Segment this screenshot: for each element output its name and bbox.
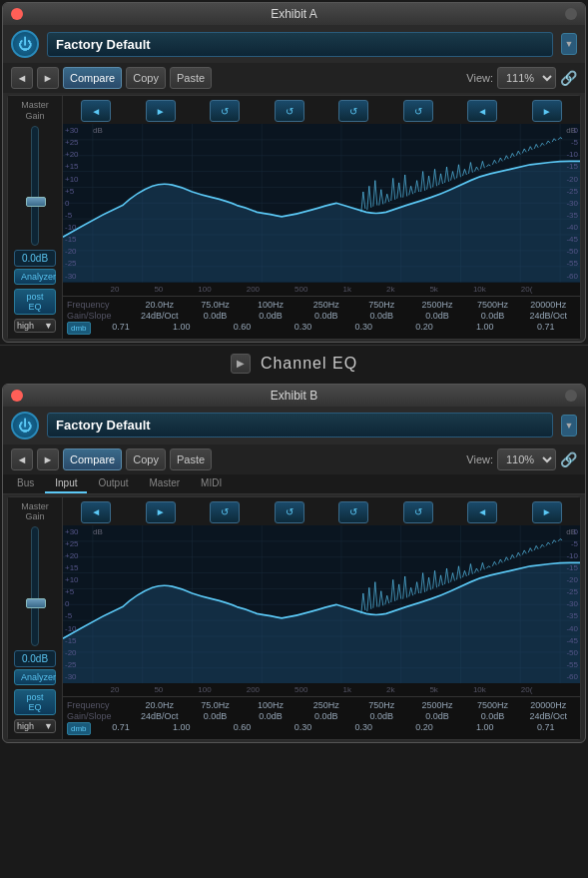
compare-button-1[interactable]: Compare — [63, 67, 122, 89]
band-btn-1[interactable]: ↺ — [210, 100, 240, 122]
band-btn-2-3[interactable]: ↺ — [338, 501, 368, 523]
eq-display-2: ◄ ► ↺ ↺ ↺ ↺ ◄ ► dB dB — [63, 497, 580, 740]
view-label-2: View: — [466, 453, 493, 465]
band-btn-6[interactable]: ► — [532, 100, 562, 122]
post-eq-btn-1[interactable]: post EQ — [14, 289, 56, 315]
fader-thumb-2[interactable] — [26, 598, 46, 608]
master-gain-label-1: MasterGain — [21, 100, 49, 122]
band-btn-2-4[interactable]: ↺ — [403, 501, 433, 523]
view-select-2[interactable]: 110% — [497, 448, 556, 470]
preset-name-2[interactable]: Factory Default — [47, 413, 553, 438]
next-button-2[interactable]: ► — [37, 448, 59, 470]
minimize-button-1[interactable] — [565, 8, 577, 20]
channel-eq-banner: ▶ Channel EQ — [0, 345, 588, 382]
window-1: Exhibit A ⏻ Factory Default ▼ ◄ ► Compar… — [2, 2, 586, 343]
tab-bus[interactable]: Bus — [7, 474, 44, 493]
power-button-2[interactable]: ⏻ — [11, 412, 39, 439]
tab-master[interactable]: Master — [140, 474, 191, 493]
tab-midi[interactable]: MIDI — [191, 474, 232, 493]
window-title-1: Exhibit A — [271, 7, 317, 21]
compare-button-2[interactable]: Compare — [63, 448, 122, 470]
prev-button-1[interactable]: ◄ — [11, 67, 33, 89]
param-row-frequency-2: Frequency 20.0Hz 75.0Hz 100Hz 250Hz 750H… — [67, 700, 576, 710]
band-btn-2-5[interactable]: ◄ — [467, 501, 497, 523]
param-row-q-1: dmb 0.71 1.00 0.60 0.30 0.30 0.20 1.00 0… — [67, 322, 576, 335]
analyzer-btn-2[interactable]: Analyzer — [14, 669, 56, 685]
toolbar-2: ◄ ► Compare Copy Paste View: 110% 🔗 — [3, 444, 585, 474]
band-buttons-1: ◄ ► ↺ ↺ ↺ ↺ ◄ ► — [63, 96, 580, 124]
band-btn-2-6[interactable]: ► — [532, 501, 562, 523]
band-btn-4[interactable]: ↺ — [403, 100, 433, 122]
plugin-header-2: ⏻ Factory Default ▼ — [3, 407, 585, 444]
freq-labels-1: 20 50 100 200 500 1k 2k 5k 10k 20( — [63, 283, 580, 296]
param-row-q-2: dmb 0.71 1.00 0.60 0.30 0.30 0.20 1.00 0… — [67, 722, 576, 735]
preset-arrow-2[interactable]: ▼ — [561, 415, 577, 437]
band-btn-2-hp[interactable]: ► — [146, 501, 176, 523]
title-bar-2: Exhibit B — [3, 385, 585, 407]
tab-output[interactable]: Output — [88, 474, 138, 493]
eq-graph-2[interactable]: dB dB — [63, 525, 580, 684]
view-select-1[interactable]: 111% — [497, 67, 556, 89]
band-btn-lp[interactable]: ◄ — [81, 100, 111, 122]
minimize-button-2[interactable] — [565, 390, 577, 402]
resolution-select-2[interactable]: high ▼ — [14, 719, 56, 733]
eq-panel-1: MasterGain 0.0dB Analyzer post EQ high ▼… — [7, 95, 581, 340]
prev-button-2[interactable]: ◄ — [11, 448, 33, 470]
band-btn-3[interactable]: ↺ — [338, 100, 368, 122]
gain-value-2[interactable]: 0.0dB — [14, 650, 56, 667]
resolution-select-1[interactable]: high ▼ — [14, 319, 56, 333]
freq-labels-2: 20 50 100 200 500 1k 2k 5k 10k 20( — [63, 683, 580, 696]
window-2: Exhibit B ⏻ Factory Default ▼ ◄ ► Compar… — [2, 384, 586, 744]
eq-curve-svg-1 — [63, 124, 580, 283]
param-row-gainslope-1: Gain/Slope 24dB/Oct 0.0dB 0.0dB 0.0dB 0.… — [67, 311, 576, 321]
close-button-1[interactable] — [11, 8, 23, 20]
master-gain-panel-2: MasterGain 0.0dB Analyzer post EQ high ▼ — [8, 497, 63, 740]
play-button[interactable]: ▶ — [231, 354, 251, 374]
link-icon-2[interactable]: 🔗 — [560, 451, 577, 467]
paste-button-1[interactable]: Paste — [170, 67, 212, 89]
band-btn-5[interactable]: ◄ — [467, 100, 497, 122]
preset-arrow-1[interactable]: ▼ — [561, 33, 577, 55]
window-title-2: Exhibit B — [271, 389, 317, 403]
param-row-frequency-1: Frequency 20.0Hz 75.0Hz 100Hz 250Hz 750H… — [67, 300, 576, 310]
post-eq-btn-2[interactable]: post EQ — [14, 689, 56, 715]
db-labels-left-1: +30 +25 +20 +15 +10 +5 0 -5 -10 -15 -20 … — [65, 124, 93, 283]
analyzer-btn-1[interactable]: Analyzer — [14, 269, 56, 285]
preset-name-1[interactable]: Factory Default — [47, 32, 553, 57]
copy-button-2[interactable]: Copy — [126, 448, 166, 470]
gainslope-label-1: Gain/Slope — [67, 311, 132, 321]
eq-curve-svg-2 — [63, 525, 580, 684]
master-gain-label-2: MasterGain — [21, 501, 49, 523]
dmb-badge-1[interactable]: dmb — [67, 322, 91, 335]
view-label-1: View: — [466, 72, 493, 84]
tab-input[interactable]: Input — [45, 474, 87, 493]
channel-eq-label: Channel EQ — [261, 355, 357, 373]
eq-params-1: Frequency 20.0Hz 75.0Hz 100Hz 250Hz 750H… — [63, 296, 580, 339]
db-labels-left-2: +30 +25 +20 +15 +10 +5 0 -5 -10 -15 -20 … — [65, 525, 93, 684]
power-button-1[interactable]: ⏻ — [11, 30, 39, 58]
paste-button-2[interactable]: Paste — [170, 448, 212, 470]
band-btn-2-1[interactable]: ↺ — [210, 501, 240, 523]
fader-track-1[interactable] — [31, 126, 39, 246]
band-btn-2-lp[interactable]: ◄ — [81, 501, 111, 523]
band-btn-2-2[interactable]: ↺ — [275, 501, 304, 523]
freq-label-1: Frequency — [67, 300, 132, 310]
dmb-badge-2[interactable]: dmb — [67, 722, 91, 735]
gainslope-label-2: Gain/Slope — [67, 711, 132, 721]
fader-thumb-1[interactable] — [26, 197, 46, 207]
next-button-1[interactable]: ► — [37, 67, 59, 89]
copy-button-1[interactable]: Copy — [126, 67, 166, 89]
link-icon-1[interactable]: 🔗 — [560, 70, 577, 86]
db-labels-right-2: 0 -5 -10 -15 -20 -25 -30 -35 -40 -45 -50… — [558, 525, 578, 684]
close-button-2[interactable] — [11, 390, 23, 402]
band-btn-2[interactable]: ↺ — [275, 100, 304, 122]
eq-panel-2: MasterGain 0.0dB Analyzer post EQ high ▼… — [7, 496, 581, 741]
band-btn-hp[interactable]: ► — [146, 100, 176, 122]
db-labels-right-1: 0 -5 -10 -15 -20 -25 -30 -35 -40 -45 -50… — [558, 124, 578, 283]
gain-value-1[interactable]: 0.0dB — [14, 250, 56, 267]
param-row-gainslope-2: Gain/Slope 24dB/Oct 0.0dB 0.0dB 0.0dB 0.… — [67, 711, 576, 721]
eq-graph-1[interactable]: dB dB — [63, 124, 580, 283]
plugin-header-1: ⏻ Factory Default ▼ — [3, 25, 585, 63]
eq-display-1: ◄ ► ↺ ↺ ↺ ↺ ◄ ► dB dB — [63, 96, 580, 339]
fader-track-2[interactable] — [31, 526, 39, 646]
